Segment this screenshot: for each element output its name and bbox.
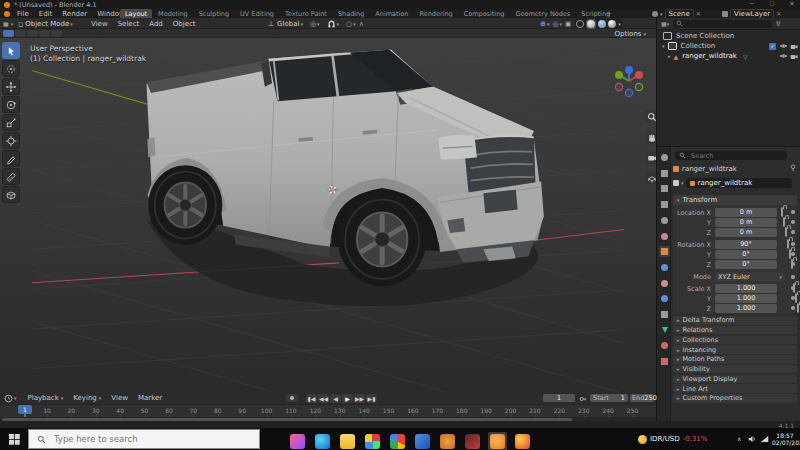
decorator-dot[interactable] <box>791 220 795 224</box>
decorator-dot[interactable] <box>791 262 795 266</box>
tray-expand-icon[interactable]: ∧ <box>737 435 741 442</box>
scene-unlink-icon[interactable]: ✕ <box>696 10 701 17</box>
tool-rotate[interactable] <box>2 96 20 113</box>
transform-field-y[interactable]: 0 m <box>715 218 777 227</box>
properties-tab-particles-icon[interactable] <box>659 278 670 289</box>
section-relations[interactable]: ▸Relations <box>673 326 797 335</box>
show-gizmo-dropdown[interactable]: ⊕▾ <box>540 20 549 28</box>
tool-scale[interactable] <box>2 114 20 131</box>
lock-icon[interactable] <box>785 227 787 237</box>
object-render-camera-icon[interactable] <box>790 53 798 60</box>
menu-file[interactable]: File <box>12 10 34 18</box>
taskbar-app-paint-3d[interactable] <box>288 432 307 450</box>
select-mode-subtract-button[interactable] <box>27 30 38 37</box>
editor-type-icon[interactable]: ▦ <box>3 20 9 27</box>
section-delta-transform[interactable]: ▸Delta Transform <box>673 316 797 325</box>
collection-checkbox[interactable]: ✓ <box>769 43 776 50</box>
timeline-menu-marker[interactable]: Marker <box>133 394 167 402</box>
workspace-tab-texture-paint[interactable]: Texture Paint <box>280 9 332 18</box>
transform-field-scale-x[interactable]: 1.000 <box>715 284 777 293</box>
viewlayer-selector[interactable]: ViewLayer ✕ <box>722 10 781 17</box>
viewlayer-unlink-icon[interactable]: ✕ <box>776 10 781 17</box>
properties-tab-material-icon[interactable] <box>659 340 670 351</box>
properties-tab-scene-icon[interactable] <box>659 215 670 226</box>
tool-add-cube[interactable] <box>2 186 20 203</box>
properties-tab-output-icon[interactable] <box>659 183 670 194</box>
start-button[interactable] <box>9 434 20 445</box>
workspace-tab-shading[interactable]: Shading <box>333 9 369 18</box>
decorator-dot[interactable] <box>791 296 795 300</box>
jump-to-end-button[interactable]: ▶▮ <box>366 394 377 403</box>
tool-move[interactable] <box>2 78 20 95</box>
workspace-tab-layout[interactable]: Layout <box>120 9 152 18</box>
decorator-dot[interactable] <box>791 242 795 246</box>
viewlayer-name[interactable]: ViewLayer <box>730 9 774 19</box>
lock-icon[interactable] <box>797 303 799 313</box>
tool-transform[interactable] <box>2 132 20 149</box>
minimize-button[interactable]: ─ <box>744 0 760 8</box>
select-mode-new-button[interactable] <box>3 30 14 37</box>
taskbar-app-blue-app[interactable] <box>413 432 432 450</box>
collection-hide-eye-icon[interactable] <box>779 43 788 49</box>
taskbar-search-input[interactable] <box>52 433 236 445</box>
tool-annotate[interactable] <box>2 150 20 167</box>
toggle-xray-button[interactable]: ▣ <box>565 20 571 28</box>
properties-tab-modifiers-icon[interactable] <box>659 262 670 273</box>
decorator-dot[interactable] <box>791 306 795 310</box>
current-frame-field[interactable]: 1 <box>543 394 575 403</box>
timeline-menu-playback[interactable]: Playback▾ <box>23 394 69 402</box>
collection-expand-icon[interactable]: ▾ <box>662 43 665 49</box>
section-custom-properties[interactable]: ▸Custom Properties <box>673 394 797 403</box>
options-dropdown[interactable]: Options▾ <box>614 30 646 38</box>
properties-tab-render-icon[interactable] <box>659 168 670 179</box>
section-instancing[interactable]: ▸Instancing <box>673 345 797 354</box>
mode-dropdown[interactable]: Object Mode▾ <box>25 20 73 28</box>
taskbar-app-blender[interactable] <box>488 432 507 450</box>
keying-set-icon[interactable] <box>579 395 587 403</box>
lock-icon[interactable] <box>795 293 797 303</box>
tool-cursor[interactable] <box>2 60 20 77</box>
properties-tab-constraints-icon[interactable] <box>659 309 670 320</box>
properties-tab-view-layer-icon[interactable] <box>659 199 670 210</box>
section-motion-paths[interactable]: ▸Motion Paths <box>673 355 797 364</box>
zoom-view-button[interactable] <box>645 110 656 123</box>
properties-tab-object-icon[interactable] <box>659 246 670 257</box>
camera-view-button[interactable] <box>645 151 656 164</box>
pivot-dropdown[interactable]: ◎▾ <box>310 20 320 28</box>
transform-field-y[interactable]: 1.000 <box>715 294 777 303</box>
add-workspace-button[interactable]: + <box>606 10 612 18</box>
auto-keying-button[interactable] <box>286 394 298 402</box>
properties-search-box[interactable] <box>675 151 787 160</box>
orientation-dropdown[interactable]: Global▾ <box>277 20 303 28</box>
taskbar-app-colorful-ball-app[interactable] <box>513 432 532 450</box>
object-hide-eye-icon[interactable] <box>779 53 788 59</box>
editor-type-clock-icon[interactable] <box>4 394 13 403</box>
decorator-dot[interactable] <box>791 230 795 234</box>
close-button[interactable]: ✕ <box>784 0 800 8</box>
outliner-row-collection[interactable]: ▾ Collection ✓ <box>657 41 800 51</box>
shading-solid-button[interactable] <box>586 19 596 29</box>
properties-tab-physics-icon[interactable] <box>659 293 670 304</box>
taskbar-app-file-explorer[interactable] <box>338 432 357 450</box>
taskbar-app-red-slash-app[interactable] <box>463 432 482 450</box>
pan-view-button[interactable] <box>645 131 656 144</box>
properties-tab-world-icon[interactable] <box>659 231 670 242</box>
outliner-search-box[interactable] <box>673 20 772 28</box>
tray-clock[interactable]: 18:57 02/07/2025 <box>772 432 798 446</box>
transform-field-z[interactable]: 1.000 <box>715 304 777 313</box>
taskbar-app-app-grid[interactable] <box>363 432 382 450</box>
menu-render[interactable]: Render <box>57 10 92 18</box>
volume-icon[interactable] <box>748 435 757 443</box>
scene-name[interactable]: Scene <box>665 9 694 19</box>
shading-wireframe-button[interactable] <box>576 20 584 28</box>
taskbar-search-box[interactable] <box>28 429 260 449</box>
viewport-menu-select[interactable]: Select <box>113 20 145 28</box>
play-reverse-button[interactable]: ◀ <box>330 394 341 403</box>
tool-measure[interactable] <box>2 168 20 185</box>
outliner-row-scene-collection[interactable]: Scene Collection <box>657 31 800 41</box>
section-viewport-display[interactable]: ▸Viewport Display <box>673 375 797 384</box>
mode-decorator-dot[interactable] <box>791 275 795 279</box>
blender-menu-icon[interactable] <box>4 11 10 17</box>
show-overlays-dropdown[interactable]: ◎▾ <box>552 20 562 28</box>
properties-tab-object-data-icon[interactable] <box>659 325 670 336</box>
